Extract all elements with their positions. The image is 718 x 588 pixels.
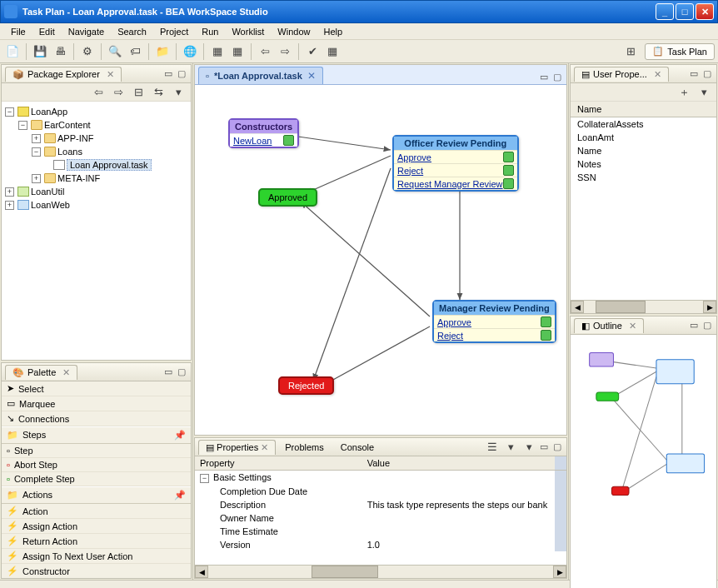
palette-action[interactable]: ⚡Action xyxy=(2,504,191,519)
expander-icon[interactable]: − xyxy=(200,474,209,483)
maximize-button[interactable]: □ xyxy=(676,3,694,20)
list-item[interactable]: SSN xyxy=(571,171,716,184)
editor-tab-loanapproval[interactable]: ▫ *Loan Approval.task ✕ xyxy=(198,67,323,84)
node-manager-reject[interactable]: Reject xyxy=(434,328,555,341)
view-minimize-icon[interactable]: ▭ xyxy=(162,68,174,80)
package-explorer-tab[interactable]: 📦 Package Explorer ✕ xyxy=(5,67,122,82)
task2-icon[interactable]: ▦ xyxy=(228,42,247,61)
view-minimize-icon[interactable]: ▭ xyxy=(162,366,174,378)
minimize-button[interactable]: _ xyxy=(656,3,674,20)
folder-nav-icon[interactable]: 📁 xyxy=(153,42,172,61)
view-menu-icon[interactable]: ▾ xyxy=(695,83,713,102)
task-diagram-canvas[interactable]: Constructors NewLoan Officer Review Pend… xyxy=(195,85,566,435)
outline-thumbnail[interactable] xyxy=(571,335,716,588)
expander-icon[interactable]: − xyxy=(32,147,41,157)
tree-loanfile[interactable]: Loan Approval.task xyxy=(67,159,152,171)
table-row[interactable]: DescriptionThis task type represents the… xyxy=(195,498,566,511)
tree-loanapp[interactable]: LoanApp xyxy=(31,107,67,117)
scroll-left-icon[interactable]: ◀ xyxy=(195,566,208,578)
close-button[interactable]: ✕ xyxy=(696,3,714,20)
scroll-right-icon[interactable]: ▶ xyxy=(553,566,566,578)
node-manager-approve[interactable]: Approve xyxy=(434,315,555,328)
palette-category-actions[interactable]: 📁Actions📌 xyxy=(2,486,191,504)
tree-loanutil[interactable]: LoanUtil xyxy=(31,187,64,197)
tree-loanweb[interactable]: LoanWeb xyxy=(31,200,70,210)
props-tree-icon[interactable]: ☰ xyxy=(483,438,501,456)
back-icon[interactable]: ⇦ xyxy=(256,42,274,61)
view-minimize-icon[interactable]: ▭ xyxy=(688,320,700,331)
expander-icon[interactable]: + xyxy=(32,134,41,143)
forward-icon[interactable]: ⇨ xyxy=(276,42,294,61)
palette-marquee[interactable]: ▭Marquee xyxy=(2,396,191,411)
menu-navigate[interactable]: Navigate xyxy=(62,25,110,38)
tree-metainf[interactable]: META-INF xyxy=(57,173,100,183)
tab-console[interactable]: Console xyxy=(333,440,381,455)
task1-icon[interactable]: ▦ xyxy=(208,42,227,61)
userprops-scrollbar[interactable]: ◀ ▶ xyxy=(571,300,716,313)
editor-tab-close-icon[interactable]: ✕ xyxy=(307,70,316,82)
view-maximize-icon[interactable]: ▢ xyxy=(701,68,713,80)
node-officer-approve[interactable]: Approve xyxy=(394,150,517,163)
tab-close-icon[interactable]: ✕ xyxy=(654,69,661,80)
menu-window[interactable]: Window xyxy=(272,25,316,38)
palette-step[interactable]: ▫Step xyxy=(2,444,191,458)
view-maximize-icon[interactable]: ▢ xyxy=(176,68,187,80)
scroll-left-icon[interactable]: ◀ xyxy=(571,301,584,313)
view-minimize-icon[interactable]: ▭ xyxy=(538,71,550,82)
table-row[interactable]: Time Estimate xyxy=(195,525,566,538)
expander-icon[interactable]: + xyxy=(5,201,14,210)
expander-icon[interactable]: − xyxy=(18,121,27,130)
list-item[interactable]: LoanAmt xyxy=(571,131,716,144)
col-value[interactable]: Value xyxy=(362,456,555,471)
expander-icon[interactable]: + xyxy=(5,187,14,197)
node-officer-request-manager[interactable]: Request Manager Review xyxy=(394,177,517,190)
state-approved[interactable]: Approved xyxy=(258,188,317,207)
menu-search[interactable]: Search xyxy=(112,25,152,38)
project-tree[interactable]: −LoanApp −EarContent +APP-INF −Loans Loa… xyxy=(2,102,191,215)
perspective-open-icon[interactable]: ⊞ xyxy=(621,42,640,61)
palette-complete-step[interactable]: ▫Complete Step xyxy=(2,472,191,486)
globe-icon[interactable]: 🌐 xyxy=(181,42,199,61)
menu-run[interactable]: Run xyxy=(196,25,224,38)
menu-project[interactable]: Project xyxy=(154,25,194,38)
table-row[interactable]: Completion Due Date xyxy=(195,485,566,498)
expander-icon[interactable]: − xyxy=(5,107,14,117)
tab-close-icon[interactable]: ✕ xyxy=(261,442,268,452)
tree-earcontent[interactable]: EarContent xyxy=(44,120,91,130)
search-icon[interactable]: 🔍 xyxy=(106,42,124,61)
view-minimize-icon[interactable]: ▭ xyxy=(538,441,550,453)
grid-icon[interactable]: ▦ xyxy=(323,42,342,61)
annotate-icon[interactable]: 🏷 xyxy=(126,42,144,61)
view-maximize-icon[interactable]: ▢ xyxy=(551,71,563,82)
add-property-icon[interactable]: ＋ xyxy=(675,83,693,102)
nav-fwd-icon[interactable]: ⇨ xyxy=(109,83,127,102)
scroll-right-icon[interactable]: ▶ xyxy=(703,301,716,313)
view-menu-icon[interactable]: ▾ xyxy=(520,438,538,456)
properties-scrollbar[interactable]: ◀ ▶ xyxy=(195,565,566,578)
list-item[interactable]: Name xyxy=(571,144,716,157)
menu-help[interactable]: Help xyxy=(317,25,348,38)
outline-tab[interactable]: ◧ Outline ✕ xyxy=(574,318,644,333)
pin-icon[interactable]: 📌 xyxy=(174,490,186,501)
user-props-col-name[interactable]: Name xyxy=(571,102,716,117)
palette-category-steps[interactable]: 📁Steps📌 xyxy=(2,426,191,444)
state-rejected[interactable]: Rejected xyxy=(278,376,334,395)
palette-connections[interactable]: ↘Connections xyxy=(2,411,191,426)
menu-file[interactable]: File xyxy=(5,25,32,38)
props-filter-icon[interactable]: ▾ xyxy=(501,438,520,456)
palette-assign-action[interactable]: ⚡Assign Action xyxy=(2,519,191,534)
list-item[interactable]: Notes xyxy=(571,157,716,171)
tab-properties[interactable]: ▤ Properties ✕ xyxy=(198,440,276,455)
pin-icon[interactable]: 📌 xyxy=(174,430,186,441)
palette-constructor[interactable]: ⚡Constructor xyxy=(2,564,191,578)
tree-appinf[interactable]: APP-INF xyxy=(57,133,93,143)
nav-back-icon[interactable]: ⇦ xyxy=(89,83,107,102)
view-minimize-icon[interactable]: ▭ xyxy=(688,68,700,80)
user-properties-tab[interactable]: ▤ User Prope... ✕ xyxy=(574,67,669,82)
view-maximize-icon[interactable]: ▢ xyxy=(176,366,187,378)
node-officer-review[interactable]: Officer Review Pending Approve Reject Re… xyxy=(392,135,519,192)
palette-assign-next[interactable]: ⚡Assign To Next User Action xyxy=(2,549,191,564)
view-menu-icon[interactable]: ▾ xyxy=(169,83,187,102)
tree-loans[interactable]: Loans xyxy=(57,147,82,157)
palette-abort-step[interactable]: ▫Abort Step xyxy=(2,458,191,472)
